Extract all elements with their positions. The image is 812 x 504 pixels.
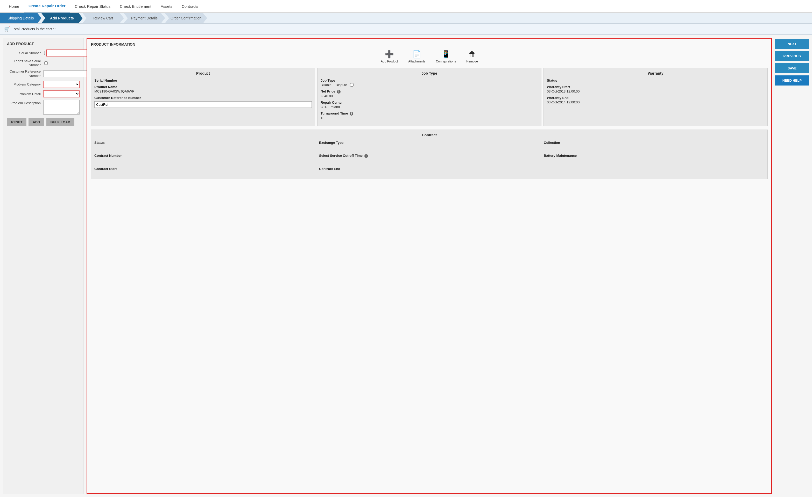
- remove-action-label: Remove: [466, 60, 478, 63]
- attachments-icon: 📄: [412, 50, 421, 59]
- save-button[interactable]: SAVE: [775, 63, 809, 73]
- battery-maintenance-label: Battery Maintenance: [544, 154, 764, 158]
- warranty-col: Warranty Status Warranty Start 03-Oct-20…: [543, 68, 768, 126]
- job-type-field: Job Type Billable Dispute: [321, 79, 538, 87]
- need-help-button[interactable]: NEED HELP: [775, 75, 809, 86]
- repair-center-field: Repair Center CTDI Poland: [321, 101, 538, 109]
- dispute-row: Billable Dispute: [321, 83, 538, 87]
- configurations-icon: 📱: [441, 50, 450, 59]
- warranty-end-field: Warranty End 03-Oct-2014 12:00:00: [547, 96, 764, 104]
- customer-ref-row: Customer Reference Number: [7, 69, 80, 78]
- bulk-load-button[interactable]: BULK LOAD: [46, 118, 75, 126]
- serial-number-field-label: Serial Number: [94, 79, 312, 82]
- contract-number-label: Contract Number: [94, 154, 315, 158]
- turnaround-info-icon[interactable]: i: [350, 112, 353, 116]
- contract-status-label: Status: [94, 141, 315, 145]
- job-type-col: Job Type Job Type Billable Dispute Net P…: [317, 68, 541, 126]
- warranty-start-field: Warranty Start 03-Oct-2013 12:00:00: [547, 85, 764, 93]
- problem-desc-row: Problem Description: [7, 100, 80, 115]
- contract-start-field: Contract Start —: [94, 167, 315, 176]
- step-review-cart[interactable]: Review Cart: [82, 13, 124, 23]
- nav-check-entitlement[interactable]: Check Entitlement: [115, 1, 156, 12]
- contract-title: Contract: [94, 133, 764, 137]
- net-price-label: Net Price i: [321, 89, 538, 94]
- battery-maintenance-value: —: [544, 159, 764, 162]
- serial-number-row: Serial Number i: [7, 49, 80, 56]
- serial-number-label: Serial Number: [7, 51, 43, 55]
- top-nav: Home Create Repair Order Check Repair St…: [0, 0, 812, 13]
- attachments-action-label: Attachments: [408, 60, 426, 63]
- product-col-title: Product: [94, 71, 312, 75]
- main-layout: ADD PRODUCT Serial Number i I don't have…: [0, 35, 812, 497]
- contract-grid: Status — Exchange Type — Collection — Co…: [94, 141, 764, 176]
- repair-center-label: Repair Center: [321, 101, 538, 104]
- form-buttons: RESET ADD BULK LOAD: [7, 118, 80, 126]
- contract-number-value: —: [94, 159, 315, 162]
- service-cutoff-label: Select Service Cut-off Time i: [319, 154, 540, 158]
- contract-end-field: Contract End —: [319, 167, 540, 176]
- warranty-end-value: 03-Oct-2014 12:00:00: [547, 100, 764, 104]
- problem-detail-label: Problem Detail: [7, 92, 43, 96]
- warranty-end-label: Warranty End: [547, 96, 764, 100]
- problem-category-select[interactable]: [43, 81, 80, 88]
- step-order-confirmation[interactable]: Order Confirmation: [165, 13, 207, 23]
- step-payment-details[interactable]: Payment Details: [124, 13, 165, 23]
- nav-contracts[interactable]: Contracts: [177, 1, 203, 12]
- nav-assets[interactable]: Assets: [156, 1, 177, 12]
- configurations-action[interactable]: 📱 Configurations: [436, 50, 456, 63]
- product-name-field-label: Product Name: [94, 85, 312, 89]
- next-button[interactable]: NEXT: [775, 39, 809, 49]
- previous-button[interactable]: PREVIOUS: [775, 51, 809, 61]
- battery-maintenance-field: Battery Maintenance —: [544, 154, 764, 163]
- turnaround-time-label: Turnaround Time i: [321, 111, 538, 116]
- no-serial-checkbox[interactable]: [44, 61, 48, 65]
- customer-ref-display-input[interactable]: [94, 101, 312, 108]
- service-cutoff-info-icon[interactable]: i: [364, 154, 368, 158]
- serial-number-field: Serial Number: [94, 79, 312, 82]
- customer-ref-input[interactable]: [43, 70, 90, 77]
- warranty-start-label: Warranty Start: [547, 85, 764, 89]
- customer-ref-display-label: Customer Reference Number: [94, 96, 312, 100]
- contract-start-value: —: [94, 172, 315, 176]
- net-price-info-icon[interactable]: i: [337, 90, 341, 94]
- problem-desc-input[interactable]: [43, 100, 80, 115]
- collection-field: Collection —: [544, 141, 764, 150]
- add-button[interactable]: ADD: [29, 118, 44, 126]
- turnaround-time-field: Turnaround Time i 10: [321, 111, 538, 120]
- step-shipping-details[interactable]: Shipping Details: [0, 13, 41, 23]
- warranty-start-value: 03-Oct-2013 12:00:00: [547, 89, 764, 93]
- contract-end-value: —: [319, 172, 540, 176]
- nav-check-repair-status[interactable]: Check Repair Status: [70, 1, 115, 12]
- customer-ref-label: Customer Reference Number: [7, 69, 43, 78]
- no-serial-row: I don't have Serial Number: [7, 59, 80, 67]
- nav-home[interactable]: Home: [4, 1, 24, 12]
- add-product-panel: ADD PRODUCT Serial Number i I don't have…: [3, 38, 83, 494]
- problem-detail-select[interactable]: [43, 90, 80, 97]
- warranty-status-field: Status: [547, 79, 764, 82]
- nav-create-repair-order[interactable]: Create Repair Order: [24, 0, 70, 12]
- attachments-action[interactable]: 📄 Attachments: [408, 50, 426, 63]
- collection-label: Collection: [544, 141, 764, 145]
- customer-ref-display-field: Customer Reference Number: [94, 96, 312, 108]
- reset-button[interactable]: RESET: [7, 118, 26, 126]
- net-price-value: €840.80: [321, 94, 538, 98]
- step-add-products[interactable]: Add Products: [41, 13, 83, 23]
- product-name-field-value: MC9190-GA0SWJQA6WR: [94, 89, 312, 93]
- problem-category-row: Problem Category: [7, 81, 80, 88]
- warranty-status-label: Status: [547, 79, 764, 82]
- problem-desc-label: Problem Description: [7, 100, 43, 105]
- dispute-label: Dispute: [336, 83, 347, 87]
- add-product-action[interactable]: ➕ Add Product: [381, 50, 398, 63]
- problem-category-label: Problem Category: [7, 82, 43, 86]
- cart-bar: 🛒 Total Products in the cart : 1: [0, 24, 812, 35]
- net-price-field: Net Price i €840.80: [321, 89, 538, 98]
- info-columns: Product Serial Number Product Name MC919…: [91, 68, 768, 126]
- remove-icon: 🗑: [469, 50, 476, 59]
- serial-info-icon[interactable]: i: [44, 51, 45, 55]
- remove-action[interactable]: 🗑 Remove: [466, 50, 478, 63]
- dispute-checkbox[interactable]: [350, 83, 354, 87]
- warranty-col-title: Warranty: [547, 71, 764, 75]
- job-type-col-title: Job Type: [321, 71, 538, 75]
- action-icons: ➕ Add Product 📄 Attachments 📱 Configurat…: [91, 50, 768, 63]
- exchange-type-label: Exchange Type: [319, 141, 540, 145]
